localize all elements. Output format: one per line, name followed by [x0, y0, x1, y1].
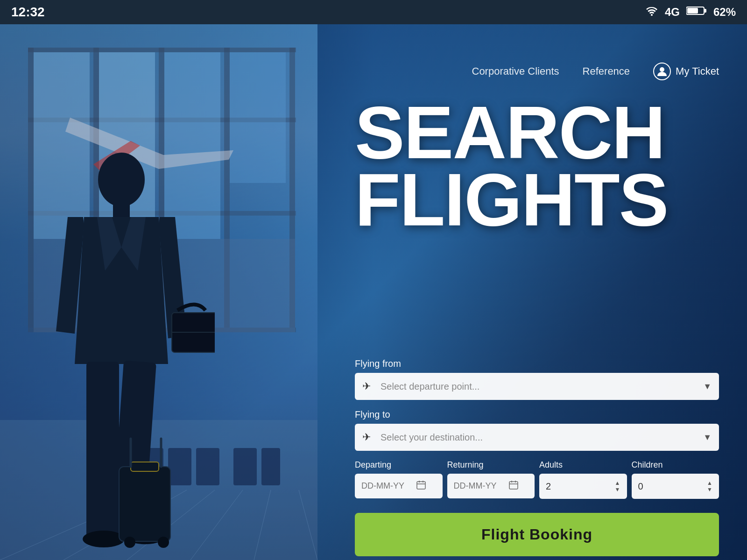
departing-calendar-icon	[416, 480, 426, 492]
adults-field: Adults 2 ▲ ▼	[539, 460, 627, 499]
svg-rect-28	[233, 448, 257, 485]
flying-to-label: Flying to	[355, 409, 719, 420]
returning-field: Returning	[447, 460, 535, 498]
status-time: 12:32	[11, 5, 45, 20]
svg-rect-49	[509, 482, 518, 489]
adults-input[interactable]: 2 ▲ ▼	[539, 474, 627, 499]
children-value: 0	[638, 481, 643, 492]
nav-corporative-clients[interactable]: Corporative Clients	[472, 65, 559, 77]
children-input[interactable]: 0 ▲ ▼	[632, 474, 719, 499]
nav-reference[interactable]: Reference	[583, 65, 630, 77]
departing-label: Departing	[355, 460, 443, 470]
battery-percentage: 62%	[713, 6, 736, 19]
right-panel: Corporative Clients Reference My Ticket …	[327, 49, 747, 560]
svg-rect-9	[28, 48, 296, 52]
departing-input[interactable]	[355, 474, 443, 498]
nav-my-ticket[interactable]: My Ticket	[653, 63, 719, 80]
flying-from-select[interactable]: Select departure point...	[355, 373, 719, 400]
svg-point-40	[124, 537, 135, 548]
flying-from-chevron: ▼	[703, 382, 712, 392]
departure-plane-icon: ✈	[362, 380, 371, 392]
battery-icon	[686, 6, 707, 19]
svg-point-44	[660, 67, 664, 72]
flying-from-wrapper: ✈ Select departure point... ▼	[355, 373, 719, 400]
svg-point-41	[158, 537, 169, 548]
departing-date[interactable]	[361, 481, 413, 491]
children-field: Children 0 ▲ ▼	[632, 460, 719, 499]
svg-rect-1	[704, 9, 706, 13]
flight-booking-button[interactable]: Flight Booking	[355, 513, 719, 556]
adults-label: Adults	[539, 460, 627, 470]
status-bar: 12:32 4G 62%	[0, 0, 747, 24]
hero-search-text: SEARCH	[355, 99, 719, 166]
svg-point-30	[98, 153, 145, 207]
flying-to-chevron: ▼	[703, 433, 712, 442]
hero-title-area: SEARCH FLIGHTS	[327, 90, 747, 349]
wifi-icon	[645, 6, 658, 19]
returning-calendar-icon	[509, 480, 518, 492]
flying-to-wrapper: ✈ Select your destination... ▼	[355, 424, 719, 451]
background-scene: Corporative Clients Reference My Ticket …	[0, 24, 747, 560]
dates-passengers-row: Departing	[355, 460, 719, 499]
status-icons: 4G 62%	[645, 6, 736, 19]
navigation: Corporative Clients Reference My Ticket	[327, 49, 747, 90]
returning-date[interactable]	[454, 481, 505, 491]
children-decrement[interactable]: ▼	[707, 487, 712, 492]
svg-rect-38	[119, 467, 170, 541]
flying-from-label: Flying from	[355, 358, 719, 369]
returning-input[interactable]	[447, 474, 535, 498]
search-form: Flying from ✈ Select departure point... …	[327, 349, 747, 560]
adults-value: 2	[546, 481, 551, 492]
svg-rect-39	[131, 462, 159, 471]
children-label: Children	[632, 460, 719, 470]
destination-plane-icon: ✈	[362, 431, 371, 443]
my-ticket-label: My Ticket	[676, 65, 719, 77]
children-arrows: ▲ ▼	[707, 480, 712, 492]
adults-increment[interactable]: ▲	[615, 480, 620, 486]
svg-rect-45	[417, 482, 425, 489]
flying-to-select[interactable]: Select your destination...	[355, 424, 719, 451]
adults-arrows: ▲ ▼	[615, 480, 620, 492]
svg-rect-2	[687, 8, 698, 14]
children-increment[interactable]: ▲	[707, 480, 712, 486]
svg-rect-29	[261, 448, 280, 485]
signal-label: 4G	[665, 6, 680, 19]
svg-point-34	[83, 531, 125, 547]
account-icon	[653, 63, 671, 80]
svg-rect-16	[230, 52, 286, 183]
hero-flights-text: FLIGHTS	[355, 166, 719, 233]
adults-decrement[interactable]: ▼	[615, 487, 620, 492]
departing-field: Departing	[355, 460, 443, 498]
returning-label: Returning	[447, 460, 535, 470]
